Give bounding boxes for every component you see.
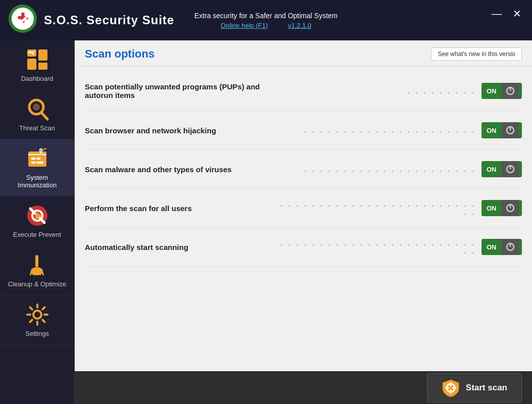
toggle-pups[interactable]: ON	[482, 83, 522, 99]
svg-point-31	[33, 311, 41, 319]
execute-prevent-icon	[25, 204, 49, 228]
sidebar-item-system-immunization-label: SystemImmunization	[18, 174, 57, 189]
toggle-all-users[interactable]: ON	[482, 200, 522, 216]
start-scan-button[interactable]: Start scan	[427, 373, 522, 402]
option-row-pups: Scan potentially unwanted programs (PUPs…	[85, 71, 522, 111]
sidebar-item-settings[interactable]: Settings	[0, 295, 74, 345]
svg-line-39	[42, 307, 44, 309]
option-row-auto-start: Automatically start scanning. . . . . . …	[85, 228, 522, 267]
option-row-malware: Scan malware and other types of viruses.…	[85, 150, 522, 189]
svg-point-10	[33, 104, 40, 111]
cleanup-optimize-icon	[25, 253, 49, 277]
online-help-link[interactable]: Online help (F1)	[221, 22, 268, 29]
whats-new-button[interactable]: See what's new in this versio	[431, 47, 522, 61]
close-button[interactable]: ✕	[510, 8, 524, 20]
header-center: Extra security for a Safer and Optimal S…	[194, 12, 338, 29]
option-row-all-users: Perform the scan for all users. . . . . …	[85, 189, 522, 228]
option-dots-auto-start: . . . . . . . . . . . . . . . . . . . . …	[280, 239, 482, 255]
dashboard-icon	[25, 47, 49, 72]
svg-rect-16	[36, 162, 43, 164]
svg-rect-15	[31, 162, 35, 164]
app-logo-icon: ✚	[8, 4, 38, 34]
tagline: Extra security for a Safer and Optimal S…	[194, 12, 338, 20]
svg-line-29	[39, 270, 40, 275]
option-dots-all-users: . . . . . . . . . . . . . . . . . . . . …	[280, 200, 482, 216]
svg-line-38	[30, 320, 32, 322]
svg-rect-24	[35, 255, 38, 267]
sidebar-item-dashboard-label: Dashboard	[21, 75, 54, 82]
sidebar-item-threat-scan-label: Threat Scan	[19, 124, 55, 132]
svg-rect-6	[38, 63, 47, 70]
sidebar-item-threat-scan[interactable]: Threat Scan	[0, 90, 74, 139]
options-list: Scan potentially unwanted programs (PUPs…	[75, 66, 532, 371]
toggle-on-label-malware: ON	[482, 161, 502, 177]
system-immunization-icon	[25, 146, 49, 171]
toggle-on-label-all-users: ON	[482, 200, 502, 216]
threat-scan-icon	[25, 97, 49, 121]
option-dots-malware: . . . . . . . . . . . . . . . . . . . . …	[280, 165, 482, 173]
start-scan-label: Start scan	[466, 383, 507, 393]
sidebar-item-execute-prevent-label: Execute Prevent	[13, 231, 61, 238]
settings-icon	[25, 302, 49, 327]
toggle-on-label-auto-start: ON	[482, 239, 502, 255]
svg-rect-4	[27, 59, 36, 70]
bottom-bar: Start scan	[75, 371, 532, 404]
toggle-on-label-pups: ON	[482, 83, 502, 99]
logo-area: ✚ S.O.S. Security Suite	[8, 4, 174, 37]
svg-rect-5	[38, 49, 47, 61]
sidebar-item-settings-label: Settings	[25, 330, 49, 337]
header-links: Online help (F1) v1.2.1.0	[194, 22, 338, 29]
version-link[interactable]: v1.2.1.0	[288, 22, 311, 29]
sidebar-item-execute-prevent[interactable]: Execute Prevent	[0, 196, 74, 246]
page-title: Scan options	[85, 47, 154, 61]
minimize-button[interactable]: —	[489, 8, 505, 20]
option-label-pups: Scan potentially unwanted programs (PUPs…	[85, 82, 280, 99]
option-label-auto-start: Automatically start scanning	[85, 243, 280, 251]
svg-line-9	[41, 113, 47, 119]
svg-rect-13	[31, 158, 35, 160]
toggle-power-btn-all-users[interactable]	[502, 200, 519, 216]
content-header: Scan options See what's new in this vers…	[75, 40, 532, 66]
window-controls: — ✕	[489, 8, 524, 20]
svg-line-26	[30, 269, 32, 275]
option-dots-pups: . . . . . . . . .	[280, 87, 482, 95]
svg-line-36	[30, 307, 32, 309]
option-label-malware: Scan malware and other types of viruses	[85, 165, 280, 174]
toggle-auto-start[interactable]: ON	[482, 239, 522, 255]
main-layout: Dashboard Threat Scan	[0, 40, 532, 404]
sidebar-item-system-immunization[interactable]: SystemImmunization	[0, 139, 74, 196]
toggle-power-btn-browser-hijacking[interactable]	[502, 122, 519, 138]
content-area: Scan options See what's new in this vers…	[75, 40, 532, 404]
toggle-power-btn-pups[interactable]	[502, 83, 519, 99]
svg-line-30	[41, 269, 43, 275]
option-label-browser-hijacking: Scan browser and network hijacking	[85, 126, 280, 135]
svg-line-37	[42, 320, 44, 322]
toggle-on-label-browser-hijacking: ON	[482, 122, 502, 138]
toggle-power-btn-malware[interactable]	[502, 161, 519, 177]
start-scan-shield-icon	[442, 379, 460, 397]
sidebar: Dashboard Threat Scan	[0, 40, 75, 404]
sidebar-item-dashboard[interactable]: Dashboard	[0, 40, 74, 90]
option-label-all-users: Perform the scan for all users	[85, 204, 280, 213]
toggle-browser-hijacking[interactable]: ON	[482, 122, 522, 138]
svg-line-27	[33, 270, 34, 275]
svg-rect-19	[40, 149, 41, 152]
option-row-browser-hijacking: Scan browser and network hijacking. . . …	[85, 111, 522, 150]
toggle-power-btn-auto-start[interactable]	[502, 239, 519, 255]
title-bar: ✚ S.O.S. Security Suite Extra security f…	[0, 0, 532, 40]
option-dots-browser-hijacking: . . . . . . . . . . . . . . . . . . . . …	[280, 126, 482, 134]
sidebar-item-cleanup-optimize-label: Cleanup & Optimize	[8, 280, 67, 288]
app-title: S.O.S. Security Suite	[44, 13, 174, 27]
toggle-malware[interactable]: ON	[482, 161, 522, 177]
sidebar-item-cleanup-optimize[interactable]: Cleanup & Optimize	[0, 246, 74, 295]
svg-rect-14	[36, 158, 40, 160]
